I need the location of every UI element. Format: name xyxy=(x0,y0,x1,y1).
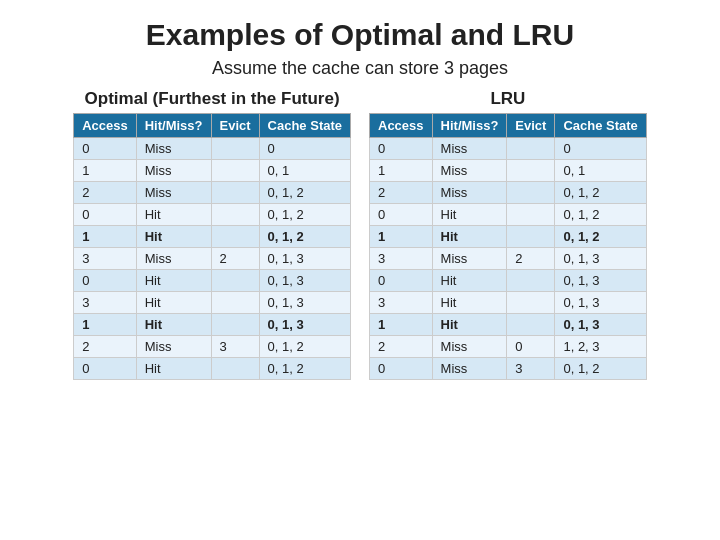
table-row: 0Miss30, 1, 2 xyxy=(370,358,647,380)
table-cell-hitmiss: Hit xyxy=(432,292,507,314)
table-cell-hitmiss: Hit xyxy=(432,226,507,248)
table-row: 0Hit0, 1, 3 xyxy=(370,270,647,292)
table-cell-evict xyxy=(507,138,555,160)
table-cell-evict xyxy=(211,226,259,248)
table-cell-cache: 0, 1, 2 xyxy=(555,358,646,380)
optimal-col-hitmiss: Hit/Miss? xyxy=(136,114,211,138)
table-row: 1Miss0, 1 xyxy=(370,160,647,182)
table-cell-hitmiss: Hit xyxy=(136,204,211,226)
optimal-label: Optimal (Furthest in the Future) xyxy=(85,89,340,109)
table-cell-access: 0 xyxy=(370,270,433,292)
table-cell-access: 1 xyxy=(370,314,433,336)
table-cell-hitmiss: Miss xyxy=(136,138,211,160)
table-cell-cache: 0, 1, 3 xyxy=(259,270,350,292)
table-row: 0Hit0, 1, 2 xyxy=(74,358,351,380)
lru-section: LRU Access Hit/Miss? Evict Cache State 0… xyxy=(369,89,647,380)
table-cell-access: 0 xyxy=(370,204,433,226)
table-cell-access: 1 xyxy=(74,226,137,248)
table-cell-access: 3 xyxy=(74,292,137,314)
table-cell-access: 2 xyxy=(74,336,137,358)
table-cell-evict xyxy=(507,226,555,248)
table-cell-cache: 0, 1, 3 xyxy=(259,292,350,314)
table-row: 3Miss20, 1, 3 xyxy=(370,248,647,270)
table-cell-access: 2 xyxy=(370,182,433,204)
table-cell-evict xyxy=(211,270,259,292)
lru-thead: Access Hit/Miss? Evict Cache State xyxy=(370,114,647,138)
table-cell-cache: 0, 1, 3 xyxy=(259,248,350,270)
table-cell-evict xyxy=(211,358,259,380)
table-row: 3Miss20, 1, 3 xyxy=(74,248,351,270)
table-cell-access: 0 xyxy=(74,204,137,226)
table-cell-cache: 0, 1, 2 xyxy=(555,226,646,248)
table-cell-evict xyxy=(507,270,555,292)
table-cell-hitmiss: Miss xyxy=(432,182,507,204)
table-cell-access: 0 xyxy=(74,358,137,380)
table-cell-hitmiss: Hit xyxy=(432,270,507,292)
optimal-col-cache: Cache State xyxy=(259,114,350,138)
table-cell-evict xyxy=(211,160,259,182)
optimal-col-access: Access xyxy=(74,114,137,138)
table-row: 2Miss30, 1, 2 xyxy=(74,336,351,358)
table-row: 2Miss0, 1, 2 xyxy=(370,182,647,204)
table-cell-hitmiss: Miss xyxy=(136,336,211,358)
table-cell-hitmiss: Hit xyxy=(136,292,211,314)
table-cell-evict xyxy=(507,182,555,204)
table-row: 2Miss01, 2, 3 xyxy=(370,336,647,358)
table-cell-evict xyxy=(211,138,259,160)
table-row: 3Hit0, 1, 3 xyxy=(74,292,351,314)
table-row: 1Hit0, 1, 3 xyxy=(370,314,647,336)
table-cell-cache: 0, 1, 3 xyxy=(555,270,646,292)
table-row: 0Hit0, 1, 2 xyxy=(74,204,351,226)
table-cell-cache: 0, 1, 3 xyxy=(555,292,646,314)
table-cell-cache: 0, 1 xyxy=(259,160,350,182)
table-row: 0Hit0, 1, 3 xyxy=(74,270,351,292)
table-cell-evict: 0 xyxy=(507,336,555,358)
table-cell-evict xyxy=(507,314,555,336)
table-cell-evict xyxy=(507,204,555,226)
table-cell-evict: 2 xyxy=(507,248,555,270)
lru-col-hitmiss: Hit/Miss? xyxy=(432,114,507,138)
table-cell-hitmiss: Miss xyxy=(432,138,507,160)
lru-col-evict: Evict xyxy=(507,114,555,138)
table-cell-evict: 3 xyxy=(507,358,555,380)
table-row: 0Hit0, 1, 2 xyxy=(370,204,647,226)
table-cell-hitmiss: Miss xyxy=(432,358,507,380)
table-cell-access: 1 xyxy=(370,226,433,248)
table-cell-cache: 0, 1, 3 xyxy=(555,248,646,270)
lru-col-access: Access xyxy=(370,114,433,138)
table-cell-access: 3 xyxy=(74,248,137,270)
page-subtitle: Assume the cache can store 3 pages xyxy=(212,58,508,79)
table-cell-access: 2 xyxy=(370,336,433,358)
table-cell-cache: 0, 1, 2 xyxy=(555,182,646,204)
optimal-col-evict: Evict xyxy=(211,114,259,138)
table-cell-cache: 0, 1, 2 xyxy=(259,182,350,204)
table-cell-evict xyxy=(211,204,259,226)
table-cell-access: 1 xyxy=(74,160,137,182)
table-cell-cache: 1, 2, 3 xyxy=(555,336,646,358)
table-cell-hitmiss: Hit xyxy=(136,314,211,336)
optimal-tbody: 0Miss01Miss0, 12Miss0, 1, 20Hit0, 1, 21H… xyxy=(74,138,351,380)
table-row: 1Hit0, 1, 2 xyxy=(74,226,351,248)
table-cell-access: 1 xyxy=(74,314,137,336)
table-cell-cache: 0, 1, 2 xyxy=(555,204,646,226)
table-cell-access: 2 xyxy=(74,182,137,204)
table-cell-evict: 2 xyxy=(211,248,259,270)
table-row: 1Hit0, 1, 3 xyxy=(74,314,351,336)
table-cell-hitmiss: Miss xyxy=(432,160,507,182)
lru-tbody: 0Miss01Miss0, 12Miss0, 1, 20Hit0, 1, 21H… xyxy=(370,138,647,380)
table-cell-access: 0 xyxy=(370,358,433,380)
page: Examples of Optimal and LRU Assume the c… xyxy=(0,0,720,540)
table-row: 2Miss0, 1, 2 xyxy=(74,182,351,204)
lru-label: LRU xyxy=(490,89,525,109)
lru-col-cache: Cache State xyxy=(555,114,646,138)
table-cell-cache: 0, 1, 2 xyxy=(259,336,350,358)
table-cell-cache: 0, 1, 3 xyxy=(259,314,350,336)
table-row: 1Hit0, 1, 2 xyxy=(370,226,647,248)
table-cell-hitmiss: Miss xyxy=(136,160,211,182)
lru-table: Access Hit/Miss? Evict Cache State 0Miss… xyxy=(369,113,647,380)
table-row: 0Miss0 xyxy=(74,138,351,160)
table-cell-evict xyxy=(211,292,259,314)
table-cell-cache: 0 xyxy=(555,138,646,160)
table-cell-hitmiss: Hit xyxy=(432,314,507,336)
table-cell-cache: 0 xyxy=(259,138,350,160)
